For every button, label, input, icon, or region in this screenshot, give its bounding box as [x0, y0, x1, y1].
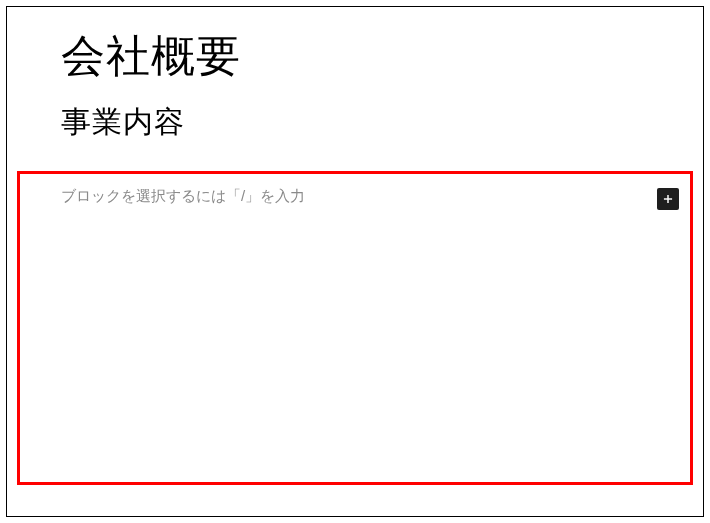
add-block-button[interactable]: [657, 188, 679, 210]
editor-frame: 会社概要 事業内容: [6, 6, 704, 517]
plus-icon: [661, 192, 675, 206]
annotation-highlight: [17, 171, 693, 485]
empty-block-row: [61, 187, 679, 211]
section-heading[interactable]: 事業内容: [61, 102, 703, 141]
block-input[interactable]: [61, 187, 645, 211]
page-title[interactable]: 会社概要: [61, 27, 703, 84]
content-area: 会社概要 事業内容: [7, 7, 703, 141]
